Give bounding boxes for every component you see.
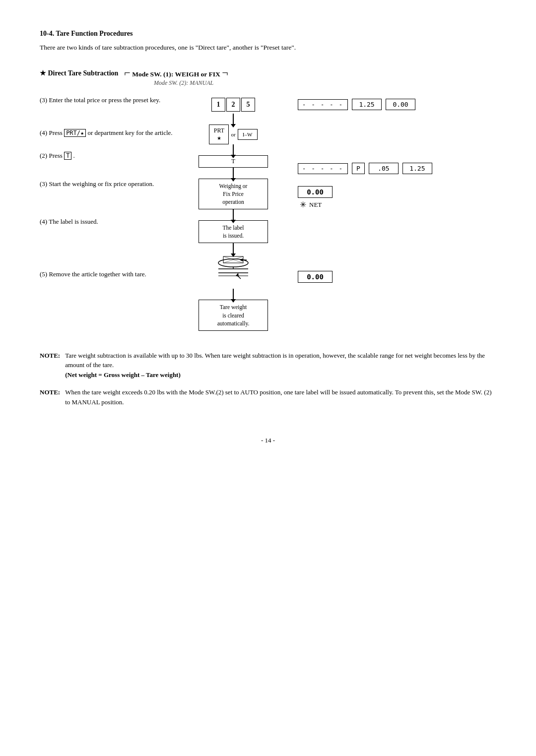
step-4: (4) Press PRT/★ or department key for th…	[40, 128, 174, 137]
right-readouts: - - - - - 1.25 0.00 - - - - - P .05 1.25…	[298, 96, 432, 285]
section-title: 10-4. Tare Function Procedures	[40, 30, 496, 38]
readout-weight: 0.00	[298, 186, 333, 198]
readout-val2: 1.25	[402, 163, 432, 174]
svg-marker-11	[236, 273, 239, 277]
key-2: 2	[226, 98, 240, 112]
note-1-content: Tare weight subtraction is available wit…	[65, 351, 496, 380]
note-2-content: When the tare weight exceeds 0.20 lbs wi…	[65, 387, 496, 407]
readout-dots-2: - - - - -	[298, 163, 348, 174]
or-label: or	[231, 131, 235, 137]
readout-val1: .05	[369, 163, 399, 174]
tare-cleared-node: Tare weightis clearedautomatically.	[199, 300, 268, 330]
page-number: - 14 -	[40, 437, 496, 444]
prt-node: PRT★	[209, 125, 229, 144]
scale-image	[211, 254, 256, 289]
steps-column: (3) Enter the total price or press the p…	[40, 96, 179, 331]
notes-section: NOTE: Tare weight subtraction is availab…	[40, 351, 496, 407]
step-5: (5) Remove the article together with tar…	[40, 270, 174, 279]
key-1: 1	[211, 98, 225, 112]
mode-sub: Mode SW. (2): MANUAL	[154, 79, 496, 87]
readout-tare-cleared: 0.00	[298, 271, 333, 283]
readout-total-1: 0.00	[386, 99, 415, 110]
readout-dots-1: - - - - -	[298, 99, 348, 110]
flowchart-column: 1 2 5 PRT★ or I–W T	[179, 96, 288, 331]
step-3b: (3) Start the weighing or fix price oper…	[40, 180, 174, 189]
note-1: NOTE: Tare weight subtraction is availab…	[40, 351, 496, 380]
dept-node: I–W	[238, 129, 258, 140]
net-star-icon: ✳	[300, 200, 306, 209]
note-2: NOTE: When the tare weight exceeds 0.20 …	[40, 387, 496, 407]
note-2-label: NOTE:	[40, 387, 60, 407]
direct-tare-label: ★ Direct Tare Subtraction	[40, 69, 118, 77]
key-5: 5	[241, 98, 255, 112]
note-1-label: NOTE:	[40, 351, 60, 380]
intro-text: There are two kinds of tare subtraction …	[40, 44, 496, 52]
readout-p: P	[352, 163, 365, 174]
bracket-left: ⌐	[124, 66, 130, 79]
net-label: NET	[309, 201, 322, 209]
bracket-right: ¬	[222, 66, 228, 79]
svg-marker-9	[240, 258, 243, 261]
step-2: (2) Press T .	[40, 151, 174, 160]
note-1-formula: (Net weight = Gross weight – Tare weight…	[65, 371, 181, 378]
readout-price-1: 1.25	[352, 99, 382, 110]
step-3a: (3) Enter the total price or press the p…	[40, 96, 174, 105]
weighing-node: Weighing orFix Priceoperation	[199, 179, 268, 209]
label-issued-node: The labelis issued.	[199, 220, 268, 243]
step-4b: (4) The label is issued.	[40, 217, 174, 226]
mode-label: Mode SW. (1): WEIGH or FIX	[132, 70, 220, 78]
